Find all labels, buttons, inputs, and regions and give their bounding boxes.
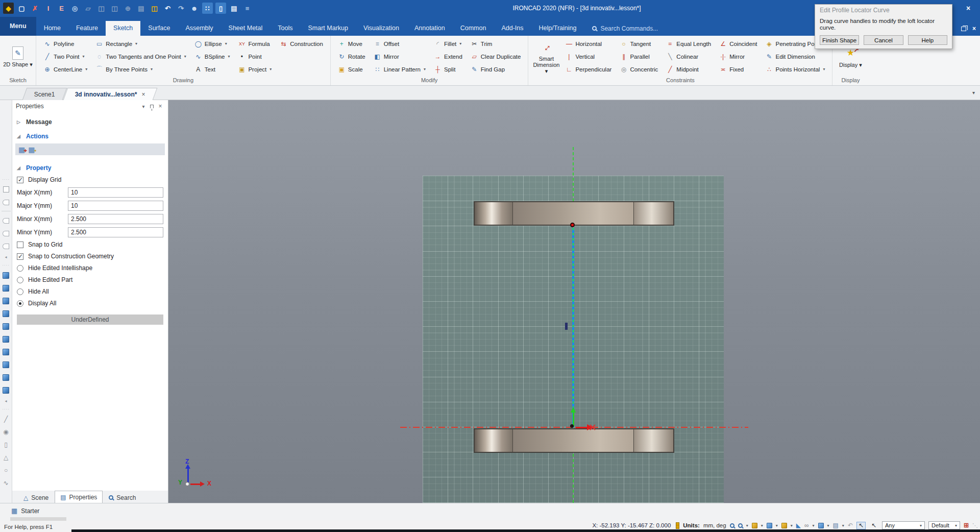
new-scene-icon[interactable]: ▢ [16, 3, 27, 14]
tool-two-tangents-and-one-point[interactable]: ◌Two Tangents and One Point▾ [95, 52, 186, 61]
tool-mirror[interactable]: ·|·Mirror [719, 52, 757, 61]
document-restore-icon[interactable] [961, 27, 966, 31]
tab-menu[interactable]: Menu [0, 17, 36, 36]
tab-home[interactable]: Home [36, 21, 68, 36]
open-icon-disabled[interactable]: ▱ [83, 3, 93, 14]
tool-tangent[interactable]: ○Tangent [620, 39, 658, 49]
cylinder-tool-icon[interactable] [2, 198, 10, 206]
hide-all-radio[interactable] [17, 288, 23, 295]
curve-tool-icon[interactable]: ∿ [2, 479, 10, 487]
import-icon[interactable]: ✗ [30, 3, 40, 14]
camera-save-icon[interactable] [781, 523, 787, 528]
tab-help-training[interactable]: Help/Training [531, 21, 584, 36]
redo-button[interactable]: ↷ [176, 3, 186, 14]
smart-snap-toggle[interactable]: ∷ [202, 3, 213, 14]
catalog-block-icon[interactable] [2, 373, 10, 381]
minor-y-mm-input[interactable] [68, 227, 163, 237]
radio-hide-all[interactable]: Hide All [17, 287, 163, 296]
tool-colinear[interactable]: ╲Colinear [666, 52, 711, 61]
chevron-down-icon[interactable]: ▾ [827, 523, 829, 528]
doc-tab-lesson[interactable]: 3d innovativ...lesson*× [63, 88, 158, 100]
property-form-icon[interactable]: ▤ [229, 3, 239, 14]
chevron-down-icon[interactable]: ▾ [776, 523, 778, 528]
zoom-options-caret[interactable]: ▾ [746, 523, 748, 528]
line-tool-icon[interactable]: ╱ [2, 415, 10, 423]
tool-edit-dimension[interactable]: ✎Edit Dimension [765, 52, 825, 61]
eye-tool-icon[interactable]: ◉ [2, 428, 10, 436]
starter-tab[interactable]: ▦ Starter [11, 507, 39, 515]
tool-concentric[interactable]: ◎Concentric [620, 64, 658, 74]
panel-tab-scene[interactable]: △Scene [18, 492, 54, 503]
tool-midpoint[interactable]: ╱Midpoint [666, 64, 711, 74]
tab-sheet-metal[interactable]: Sheet Metal [221, 21, 271, 36]
tool-offset[interactable]: ≡Offset [374, 39, 426, 49]
document-close-icon[interactable]: × [972, 25, 976, 32]
display-grid-row[interactable]: Display Grid [17, 175, 163, 184]
panel-collapse-icon[interactable]: ▾ [139, 104, 148, 109]
tool-equal-length[interactable]: =Equal Length [666, 39, 711, 49]
cancel-button[interactable]: Cancel [864, 35, 903, 45]
render-mode-icon[interactable] [767, 523, 772, 528]
panel-close-icon[interactable]: × [156, 103, 164, 110]
previous-view-icon[interactable]: ↶ [848, 522, 853, 529]
chevron-down-icon[interactable]: ▾ [812, 523, 814, 528]
tab-annotation[interactable]: Annotation [407, 21, 453, 36]
tool-linear-pattern[interactable]: ∷Linear Pattern▾ [374, 64, 426, 74]
finish-shape-button[interactable]: Finish Shape [820, 35, 859, 45]
grid-settings-icon[interactable]: ▦✦ [28, 146, 35, 153]
tool-bspline[interactable]: ∿BSpline▾ [194, 52, 230, 61]
tool-scale[interactable]: ▣Scale [338, 64, 365, 74]
tool-parallel[interactable]: ∥Parallel [620, 52, 658, 61]
section-actions[interactable]: ◢ Actions [17, 131, 168, 141]
tab-sketch[interactable]: Sketch [106, 21, 140, 36]
tab-common[interactable]: Common [453, 21, 494, 36]
loft-locator-curve[interactable] [572, 228, 574, 427]
units-value[interactable]: mm, deg [703, 522, 726, 528]
window-close-button[interactable]: × [964, 4, 973, 12]
select-cursor-button[interactable]: ↖ [856, 522, 866, 529]
tool-polyline[interactable]: ∿Polyline [43, 39, 87, 49]
x-axis-marker-icon[interactable] [589, 424, 596, 431]
tab-assembly[interactable]: Assembly [178, 21, 220, 36]
smart-dimension-button[interactable]: ↔Smart Dimension ▾ [531, 37, 561, 77]
display-all-radio[interactable] [17, 300, 23, 307]
link-icon-disabled[interactable]: ⊕ [122, 3, 133, 14]
tool-move[interactable]: +Move [338, 39, 365, 49]
chevron-down-icon[interactable]: ▾ [761, 523, 763, 528]
export-drawing-icon[interactable]: E [56, 3, 67, 14]
catalog-block-icon[interactable] [2, 386, 10, 394]
zoom-window-icon[interactable] [738, 523, 743, 528]
triangle-tool-icon[interactable]: △ [2, 453, 10, 462]
tab-surface[interactable]: Surface [140, 21, 178, 36]
tool-vertical[interactable]: |Vertical [565, 52, 611, 61]
sketch-viewport[interactable]: Z X Y [168, 100, 980, 503]
edit-grid-icon[interactable]: ▦✚ [18, 146, 25, 153]
tool-project[interactable]: ▣Project▾ [238, 64, 272, 74]
selection-filter-dropdown[interactable]: Any▾ [882, 521, 925, 529]
tool-rotate[interactable]: ↻Rotate [338, 52, 365, 61]
tool-horizontal[interactable]: —Horizontal [565, 39, 611, 49]
catalog-block-icon[interactable] [2, 335, 10, 343]
loft-section-bottom[interactable] [474, 428, 674, 453]
doc-tab-close-icon[interactable]: × [141, 91, 145, 98]
checkbox-snap-to-construction-geometry[interactable]: Snap to Construction Geometry [17, 252, 163, 261]
tool-split[interactable]: ┼Split [434, 64, 462, 74]
search-commands[interactable]: Search Commands... [592, 21, 658, 36]
assistant-icon[interactable]: ☻ [189, 3, 200, 14]
camera-views-icon[interactable] [752, 523, 757, 528]
tool-clear-duplicate[interactable]: ▱Clear Duplicate [471, 52, 521, 61]
section-message[interactable]: ▷ Message [17, 117, 168, 127]
radio-hide-edited-part[interactable]: Hide Edited Part [17, 275, 163, 284]
tab-tools[interactable]: Tools [270, 21, 300, 36]
tool-perpendicular[interactable]: ∟Perpendicular [565, 64, 611, 74]
save-all-icon-disabled[interactable]: ◫ [109, 3, 120, 14]
tool-formula[interactable]: XYFormula [238, 39, 272, 49]
section-property[interactable]: ◢ Property [17, 163, 168, 173]
print-preview-icon[interactable]: ◎ [69, 3, 80, 14]
snap-to-grid-checkbox[interactable] [17, 241, 23, 248]
export-part-icon[interactable]: I [43, 3, 54, 14]
tool-mirror[interactable]: ◧Mirror [374, 52, 426, 61]
panel-tab-properties[interactable]: ▤Properties [55, 491, 103, 503]
configuration-stack-icon[interactable]: ▤ [833, 522, 839, 529]
catalog-block-icon[interactable] [2, 297, 10, 305]
